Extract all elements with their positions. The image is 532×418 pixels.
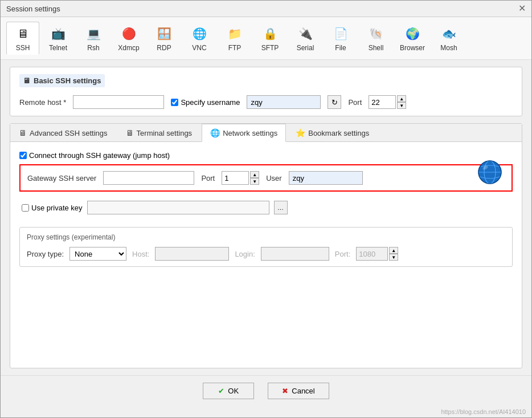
gateway-user-input[interactable] — [289, 171, 363, 185]
protocol-item-ftp[interactable]: 📁FTP — [218, 22, 251, 55]
gateway-port-up-button[interactable]: ▲ — [250, 171, 259, 178]
gateway-port-spinner-buttons: ▲ ▼ — [250, 171, 259, 185]
proxy-section: Proxy settings (experimental) Proxy type… — [19, 227, 513, 267]
protocol-label-browser: Browser — [400, 44, 425, 52]
protocol-item-vnc[interactable]: 🌐VNC — [183, 22, 216, 55]
protocol-item-telnet[interactable]: 📺Telnet — [42, 22, 75, 55]
protocol-icon-xdmcp: 🔴 — [120, 25, 138, 43]
tabs-section: 🖥 Advanced SSH settings 🖥 Terminal setti… — [10, 123, 522, 368]
port-up-button[interactable]: ▲ — [397, 95, 406, 102]
proxy-login-label: Login: — [235, 250, 255, 258]
protocol-item-serial[interactable]: 🔌Serial — [289, 22, 322, 55]
protocol-icon-ssh: 🖥 — [14, 25, 32, 43]
specify-username-label[interactable]: Specify username — [171, 98, 240, 107]
tab-advanced[interactable]: 🖥 Advanced SSH settings — [10, 124, 116, 141]
protocol-item-rdp[interactable]: 🪟RDP — [148, 22, 181, 55]
tab-terminal[interactable]: 🖥 Terminal settings — [117, 124, 201, 141]
proxy-port-spinner-buttons: ▲ ▼ — [389, 247, 398, 261]
port-spinner-buttons: ▲ ▼ — [397, 95, 406, 109]
protocol-label-serial: Serial — [297, 44, 314, 52]
remote-host-input[interactable] — [73, 95, 164, 109]
refresh-button[interactable]: ↻ — [328, 95, 341, 109]
proxy-port-spinner: ▲ ▼ — [356, 247, 398, 261]
watermark: https://blog.csdn.net/AI414010 — [1, 406, 531, 417]
gateway-port-down-button[interactable]: ▼ — [250, 178, 259, 185]
port-down-button[interactable]: ▼ — [397, 102, 406, 109]
gateway-server-input[interactable] — [103, 171, 194, 185]
proxy-login-input[interactable] — [261, 247, 329, 261]
globe-icon — [476, 159, 504, 186]
protocol-item-ssh[interactable]: 🖥SSH — [6, 22, 39, 55]
protocol-label-shell: Shell — [369, 44, 384, 52]
protocol-label-xdmcp: Xdmcp — [118, 44, 139, 52]
close-button[interactable]: ✕ — [518, 4, 526, 13]
protocol-label-ssh: SSH — [16, 44, 30, 52]
tab-network[interactable]: 🌐 Network settings — [202, 124, 286, 142]
gateway-user-label: User — [266, 174, 281, 182]
tab-bookmark[interactable]: ⭐ Bookmark settings — [287, 124, 378, 141]
proxy-port-down-button[interactable]: ▼ — [389, 254, 398, 261]
proxy-port-up-button[interactable]: ▲ — [389, 247, 398, 254]
protocol-item-browser[interactable]: 🌍Browser — [395, 22, 430, 55]
specify-username-checkbox[interactable] — [171, 99, 178, 106]
proxy-row: Proxy type: None HTTP SOCKS4 SOCKS5 Host… — [27, 247, 505, 261]
private-key-row: Use private key … — [19, 197, 513, 218]
port-label: Port — [348, 98, 362, 107]
gateway-port-input[interactable] — [222, 171, 249, 185]
protocol-icon-ftp: 📁 — [226, 25, 244, 43]
proxy-type-label: Proxy type: — [27, 250, 64, 258]
tabs-header: 🖥 Advanced SSH settings 🖥 Terminal setti… — [10, 124, 522, 142]
footer-buttons: ✔ OK ✖ Cancel — [1, 375, 531, 406]
tab-terminal-icon: 🖥 — [126, 128, 134, 137]
gateway-server-label: Gateway SSH server — [27, 174, 96, 182]
proxy-port-label: Port: — [335, 250, 350, 258]
ok-label: OK — [228, 387, 239, 395]
gateway-highlighted-box: Gateway SSH server Port ▲ ▼ — [19, 164, 513, 192]
proxy-port-input[interactable] — [356, 247, 388, 261]
tab-advanced-icon: 🖥 — [19, 128, 27, 137]
gateway-port-spinner: ▲ ▼ — [222, 171, 259, 185]
protocol-icon-telnet: 📺 — [49, 25, 67, 43]
protocol-item-sftp[interactable]: 🔒SFTP — [253, 22, 287, 55]
basic-settings-title: 🖥 Basic SSH settings — [19, 74, 105, 87]
cancel-button[interactable]: ✖ Cancel — [268, 383, 329, 399]
proxy-type-select[interactable]: None HTTP SOCKS4 SOCKS5 — [69, 247, 126, 261]
private-key-browse-button[interactable]: … — [274, 201, 288, 214]
protocol-icon-rsh: 💻 — [84, 25, 103, 43]
protocol-item-xdmcp[interactable]: 🔴Xdmcp — [112, 22, 145, 55]
proxy-title: Proxy settings (experimental) — [27, 233, 505, 241]
protocol-label-mosh: Mosh — [440, 44, 457, 52]
private-key-checkbox-label[interactable]: Use private key — [22, 204, 83, 212]
gateway-highlighted-wrapper: Gateway SSH server Port ▲ ▼ — [19, 164, 513, 192]
protocol-icon-browser: 🌍 — [403, 25, 421, 43]
basic-settings-box: 🖥 Basic SSH settings Remote host * Speci… — [10, 67, 522, 116]
private-key-checkbox[interactable] — [22, 204, 29, 212]
ok-button[interactable]: ✔ OK — [203, 383, 254, 399]
gateway-checkbox[interactable] — [19, 152, 27, 159]
cancel-icon: ✖ — [282, 387, 288, 395]
protocol-icon-sftp: 🔒 — [261, 25, 279, 43]
protocol-icon-rdp: 🪟 — [155, 25, 173, 43]
protocol-icon-shell: 🐚 — [367, 25, 385, 43]
protocol-label-telnet: Telnet — [49, 44, 67, 52]
protocol-label-vnc: VNC — [192, 44, 206, 52]
title-bar: Session settings ✕ — [1, 1, 531, 17]
protocol-item-mosh[interactable]: 🐟Mosh — [432, 22, 465, 55]
protocol-label-ftp: FTP — [228, 44, 242, 52]
protocol-label-sftp: SFTP — [261, 44, 279, 52]
network-settings-content: Connect through SSH gateway (jump host) … — [10, 142, 522, 276]
port-input[interactable] — [369, 95, 396, 109]
computer-icon: 🖥 — [23, 76, 30, 85]
private-key-input[interactable] — [87, 201, 269, 214]
gateway-fields: Gateway SSH server Port ▲ ▼ — [27, 171, 363, 185]
gateway-checkbox-label[interactable]: Connect through SSH gateway (jump host) — [19, 151, 170, 160]
basic-settings-row: Remote host * Specify username ↻ Port ▲ … — [19, 95, 513, 109]
protocol-item-rsh[interactable]: 💻Rsh — [77, 22, 110, 55]
username-input[interactable] — [247, 95, 321, 109]
proxy-host-input[interactable] — [155, 247, 229, 261]
tab-bookmark-icon: ⭐ — [296, 128, 305, 137]
protocol-item-file[interactable]: 📄File — [324, 22, 357, 55]
remote-host-label: Remote host * — [19, 98, 66, 107]
protocol-icon-vnc: 🌐 — [190, 25, 208, 43]
protocol-item-shell[interactable]: 🐚Shell — [359, 22, 392, 55]
